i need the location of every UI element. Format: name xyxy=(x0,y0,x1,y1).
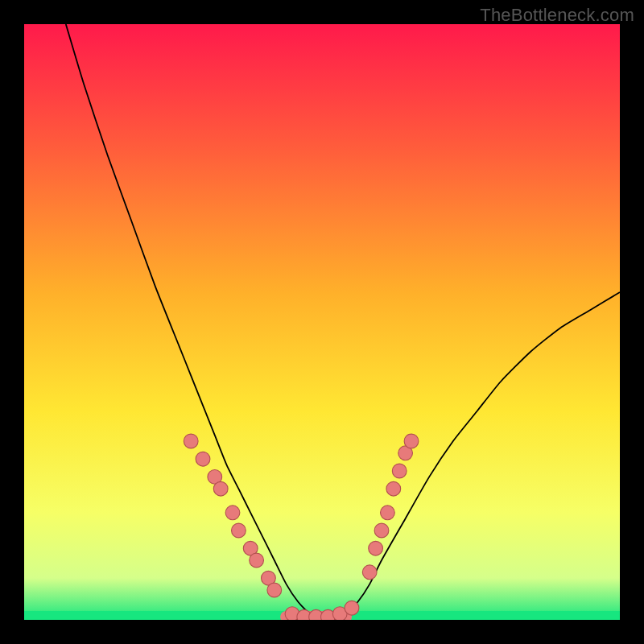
data-marker xyxy=(386,481,401,496)
data-marker xyxy=(362,565,377,580)
data-marker xyxy=(184,434,198,448)
attribution-label: TheBottleneck.com xyxy=(480,5,634,26)
data-marker xyxy=(392,464,407,478)
chart-frame: TheBottleneck.com xyxy=(0,0,644,644)
data-marker xyxy=(225,506,240,520)
data-marker xyxy=(369,541,383,555)
data-marker xyxy=(196,452,210,466)
plot-area xyxy=(24,24,620,620)
chart-svg xyxy=(24,24,620,620)
data-marker xyxy=(381,506,395,520)
data-marker xyxy=(345,601,359,615)
data-marker xyxy=(267,583,282,597)
gradient-background xyxy=(24,24,620,620)
data-marker xyxy=(404,434,419,448)
data-marker xyxy=(213,481,228,496)
data-marker xyxy=(232,523,246,538)
data-marker xyxy=(374,523,389,538)
data-marker xyxy=(250,553,264,568)
